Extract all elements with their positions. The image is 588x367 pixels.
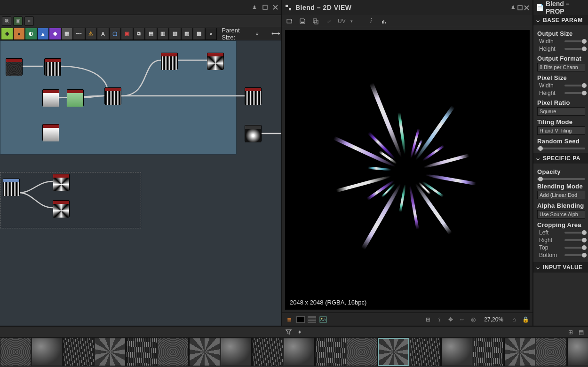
- library-thumb[interactable]: [32, 338, 63, 366]
- library-thumb[interactable]: [63, 338, 94, 366]
- uv-dropdown[interactable]: UV: [338, 18, 346, 24]
- node-type-button[interactable]: ▲: [37, 28, 49, 40]
- library-thumb[interactable]: [221, 338, 252, 366]
- section-base-params[interactable]: ⌵BASE PARAM: [533, 15, 588, 25]
- crop-right-slider[interactable]: [564, 239, 585, 241]
- node[interactable]: [161, 53, 178, 70]
- node-type-button[interactable]: A: [97, 28, 109, 40]
- node-type-button[interactable]: ▨: [181, 28, 193, 40]
- node[interactable]: [245, 125, 262, 142]
- swatch-black[interactable]: [296, 316, 305, 323]
- output-format-dropdown[interactable]: 8 Bits per Chann: [537, 63, 585, 71]
- opacity-slider[interactable]: [537, 178, 585, 180]
- node[interactable]: [245, 87, 262, 104]
- node-type-button[interactable]: 〰: [73, 28, 85, 40]
- viewer-canvas[interactable]: 2048 x 2048 (RGBA, 16bpc): [285, 30, 530, 310]
- node-type-button[interactable]: ▦: [61, 28, 73, 40]
- node-type-button[interactable]: ◈: [1, 28, 13, 40]
- copy-icon[interactable]: [311, 17, 320, 25]
- library-thumb[interactable]: [536, 338, 567, 366]
- histogram-icon[interactable]: [380, 17, 389, 25]
- library-thumb[interactable]: [378, 338, 409, 366]
- library-thumb[interactable]: [0, 338, 31, 366]
- node-type-button[interactable]: ⚠: [85, 28, 97, 40]
- maximize-icon[interactable]: [516, 4, 523, 11]
- snap-icon[interactable]: ✥: [446, 315, 455, 324]
- grid-view-icon[interactable]: ⊞: [567, 329, 574, 336]
- graph-canvas[interactable]: [0, 40, 281, 326]
- parent-size-control[interactable]: Parent Size:»⟷: [222, 27, 280, 41]
- library-thumb[interactable]: [95, 338, 126, 366]
- tool-crop-icon[interactable]: ⌗: [24, 16, 34, 26]
- close-icon[interactable]: [523, 4, 530, 11]
- random-seed-slider[interactable]: [537, 148, 585, 149]
- node-type-button[interactable]: ▢: [109, 28, 121, 40]
- node[interactable]: [42, 124, 59, 141]
- node-type-button[interactable]: ●: [13, 28, 25, 40]
- pin-icon[interactable]: [251, 4, 258, 11]
- library-thumb[interactable]: [504, 338, 535, 366]
- node[interactable]: [53, 200, 70, 217]
- blending-mode-dropdown[interactable]: Add (Linear Dod: [537, 191, 585, 199]
- node[interactable]: [44, 58, 61, 75]
- target-icon[interactable]: ◎: [469, 315, 477, 324]
- node[interactable]: [104, 87, 121, 104]
- pixel-width-slider[interactable]: [564, 85, 585, 86]
- pin-icon[interactable]: [510, 4, 516, 11]
- filter-icon[interactable]: [285, 329, 292, 336]
- share-icon[interactable]: ⇗: [325, 17, 333, 25]
- grid-icon[interactable]: ⊞: [424, 315, 432, 324]
- section-input-values[interactable]: ⌵INPUT VALUE: [533, 262, 588, 273]
- library-thumb[interactable]: [315, 338, 346, 366]
- node-type-button[interactable]: ◆: [49, 28, 61, 40]
- tiling-mode-dropdown[interactable]: H and V Tiling: [537, 126, 585, 135]
- section-specific-params[interactable]: ⌵SPECIFIC PA: [533, 153, 588, 164]
- home-icon[interactable]: ⌂: [510, 315, 518, 324]
- library-thumb[interactable]: [284, 338, 315, 366]
- pixel-ratio-dropdown[interactable]: Square: [537, 107, 585, 116]
- info-icon[interactable]: i: [367, 17, 375, 25]
- node-type-button[interactable]: ▧: [169, 28, 181, 40]
- node[interactable]: [67, 89, 84, 106]
- favorite-icon[interactable]: ✦: [296, 329, 303, 336]
- library-thumb[interactable]: [441, 338, 472, 366]
- library-thumb[interactable]: [158, 338, 189, 366]
- tool-toggle-icon[interactable]: ▣: [13, 16, 23, 26]
- node-type-button[interactable]: ▤: [145, 28, 157, 40]
- node-type-button[interactable]: ▩: [193, 28, 205, 40]
- node-type-button[interactable]: ⧉: [133, 28, 145, 40]
- node[interactable]: [53, 174, 70, 191]
- lock-icon[interactable]: 🔒: [521, 315, 530, 324]
- height-slider[interactable]: [564, 48, 585, 50]
- image-mode-icon[interactable]: [319, 315, 327, 324]
- maximize-icon[interactable]: [262, 4, 268, 11]
- library-thumb[interactable]: [473, 338, 504, 366]
- save-icon[interactable]: [298, 17, 307, 25]
- pan-icon[interactable]: ↔: [458, 315, 466, 324]
- crop-left-slider[interactable]: [564, 232, 585, 234]
- library-thumb[interactable]: [189, 338, 220, 366]
- export-icon[interactable]: [285, 17, 294, 25]
- library-thumb[interactable]: [347, 338, 378, 366]
- tool-wrench-icon[interactable]: 🛠: [2, 16, 11, 26]
- library-thumb[interactable]: [126, 338, 157, 366]
- node[interactable]: [6, 58, 23, 75]
- node-type-button[interactable]: ▥: [157, 28, 169, 40]
- crop-bottom-slider[interactable]: [564, 254, 585, 256]
- width-slider[interactable]: [564, 40, 585, 42]
- library-thumb[interactable]: [567, 338, 588, 366]
- library-thumbnails[interactable]: [0, 338, 588, 367]
- crop-top-slider[interactable]: [564, 247, 585, 249]
- node-type-button[interactable]: ▣: [121, 28, 133, 40]
- alpha-blending-dropdown[interactable]: Use Source Alph: [537, 210, 585, 219]
- swatch-pattern[interactable]: [308, 316, 316, 323]
- layers-icon[interactable]: ≣: [285, 315, 294, 324]
- node-type-button[interactable]: ◐: [25, 28, 37, 40]
- library-thumb[interactable]: [410, 338, 441, 366]
- ruler-icon[interactable]: ⟟: [435, 315, 444, 324]
- node[interactable]: [42, 89, 59, 106]
- node[interactable]: [3, 179, 20, 195]
- pixel-height-slider[interactable]: [564, 92, 585, 94]
- library-thumb[interactable]: [252, 338, 283, 366]
- list-view-icon[interactable]: ▤: [578, 329, 584, 336]
